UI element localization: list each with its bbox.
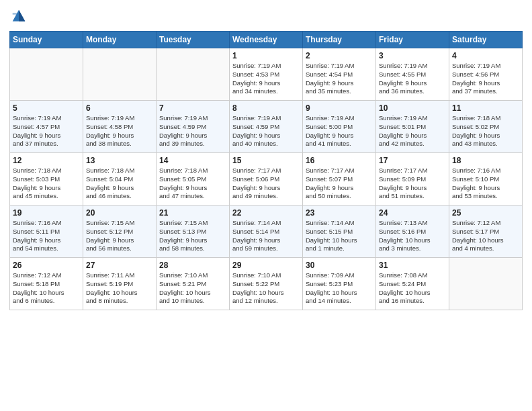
weekday-header-monday: Monday — [83, 32, 157, 48]
day-number: 7 — [159, 103, 226, 113]
day-number: 1 — [232, 51, 300, 60]
day-cell: 10Sunrise: 7:19 AM Sunset: 5:01 PM Dayli… — [376, 101, 449, 153]
day-cell: 23Sunrise: 7:14 AM Sunset: 5:15 PM Dayli… — [303, 205, 376, 258]
day-cell: 21Sunrise: 7:15 AM Sunset: 5:13 PM Dayli… — [157, 205, 230, 258]
day-info: Sunrise: 7:19 AM Sunset: 4:55 PM Dayligh… — [379, 62, 446, 96]
day-info: Sunrise: 7:14 AM Sunset: 5:15 PM Dayligh… — [306, 219, 373, 253]
day-number: 10 — [379, 103, 446, 113]
day-number: 23 — [306, 208, 373, 218]
day-cell: 2Sunrise: 7:19 AM Sunset: 4:54 PM Daylig… — [303, 48, 376, 101]
day-info: Sunrise: 7:10 AM Sunset: 5:22 PM Dayligh… — [232, 271, 300, 306]
day-cell: 31Sunrise: 7:08 AM Sunset: 5:24 PM Dayli… — [376, 258, 449, 310]
day-cell: 17Sunrise: 7:17 AM Sunset: 5:09 PM Dayli… — [376, 153, 449, 205]
day-cell: 26Sunrise: 7:12 AM Sunset: 5:18 PM Dayli… — [10, 258, 83, 310]
day-cell: 25Sunrise: 7:12 AM Sunset: 5:17 PM Dayli… — [449, 205, 523, 258]
day-cell: 7Sunrise: 7:19 AM Sunset: 4:59 PM Daylig… — [157, 101, 230, 153]
day-number: 8 — [232, 103, 300, 113]
day-info: Sunrise: 7:13 AM Sunset: 5:16 PM Dayligh… — [379, 219, 446, 253]
day-cell: 9Sunrise: 7:19 AM Sunset: 5:00 PM Daylig… — [303, 101, 376, 153]
day-cell: 15Sunrise: 7:17 AM Sunset: 5:06 PM Dayli… — [230, 153, 303, 205]
weekday-header-saturday: Saturday — [449, 32, 523, 48]
logo-icon — [9, 7, 28, 26]
week-row-5: 26Sunrise: 7:12 AM Sunset: 5:18 PM Dayli… — [10, 258, 523, 310]
day-cell: 6Sunrise: 7:19 AM Sunset: 4:58 PM Daylig… — [83, 101, 157, 153]
week-row-3: 12Sunrise: 7:18 AM Sunset: 5:03 PM Dayli… — [10, 153, 523, 205]
day-info: Sunrise: 7:15 AM Sunset: 5:12 PM Dayligh… — [86, 219, 153, 253]
weekday-header-row: SundayMondayTuesdayWednesdayThursdayFrid… — [10, 32, 523, 48]
day-info: Sunrise: 7:14 AM Sunset: 5:14 PM Dayligh… — [232, 219, 300, 253]
header — [9, 7, 523, 26]
day-number: 20 — [86, 208, 153, 218]
weekday-header-tuesday: Tuesday — [157, 32, 230, 48]
day-info: Sunrise: 7:19 AM Sunset: 4:59 PM Dayligh… — [232, 114, 300, 148]
day-info: Sunrise: 7:09 AM Sunset: 5:23 PM Dayligh… — [306, 271, 373, 306]
day-info: Sunrise: 7:18 AM Sunset: 5:05 PM Dayligh… — [159, 167, 226, 201]
day-cell — [157, 48, 230, 101]
day-info: Sunrise: 7:17 AM Sunset: 5:06 PM Dayligh… — [232, 167, 300, 201]
day-cell: 16Sunrise: 7:17 AM Sunset: 5:07 PM Dayli… — [303, 153, 376, 205]
day-info: Sunrise: 7:17 AM Sunset: 5:09 PM Dayligh… — [379, 167, 446, 201]
day-number: 24 — [379, 208, 446, 218]
day-cell: 20Sunrise: 7:15 AM Sunset: 5:12 PM Dayli… — [83, 205, 157, 258]
day-info: Sunrise: 7:19 AM Sunset: 5:00 PM Dayligh… — [306, 114, 373, 148]
day-cell: 19Sunrise: 7:16 AM Sunset: 5:11 PM Dayli… — [10, 205, 83, 258]
day-info: Sunrise: 7:08 AM Sunset: 5:24 PM Dayligh… — [379, 271, 446, 306]
day-cell: 22Sunrise: 7:14 AM Sunset: 5:14 PM Dayli… — [230, 205, 303, 258]
day-cell — [449, 258, 523, 310]
day-info: Sunrise: 7:11 AM Sunset: 5:19 PM Dayligh… — [86, 271, 153, 306]
week-row-4: 19Sunrise: 7:16 AM Sunset: 5:11 PM Dayli… — [10, 205, 523, 258]
day-cell: 5Sunrise: 7:19 AM Sunset: 4:57 PM Daylig… — [10, 101, 83, 153]
day-info: Sunrise: 7:19 AM Sunset: 5:01 PM Dayligh… — [379, 114, 446, 148]
day-info: Sunrise: 7:18 AM Sunset: 5:04 PM Dayligh… — [86, 167, 153, 201]
day-info: Sunrise: 7:19 AM Sunset: 4:56 PM Dayligh… — [452, 62, 519, 96]
day-cell: 30Sunrise: 7:09 AM Sunset: 5:23 PM Dayli… — [303, 258, 376, 310]
day-number: 22 — [232, 208, 300, 218]
day-info: Sunrise: 7:12 AM Sunset: 5:17 PM Dayligh… — [452, 219, 519, 253]
day-number: 9 — [306, 103, 373, 113]
day-number: 21 — [159, 208, 226, 218]
day-number: 6 — [86, 103, 153, 113]
day-number: 12 — [13, 156, 80, 165]
day-info: Sunrise: 7:16 AM Sunset: 5:11 PM Dayligh… — [13, 219, 80, 253]
day-cell: 3Sunrise: 7:19 AM Sunset: 4:55 PM Daylig… — [376, 48, 449, 101]
logo — [9, 7, 31, 26]
weekday-header-sunday: Sunday — [10, 32, 83, 48]
day-cell: 18Sunrise: 7:16 AM Sunset: 5:10 PM Dayli… — [449, 153, 523, 205]
day-number: 15 — [232, 156, 300, 165]
week-row-2: 5Sunrise: 7:19 AM Sunset: 4:57 PM Daylig… — [10, 101, 523, 153]
day-cell: 27Sunrise: 7:11 AM Sunset: 5:19 PM Dayli… — [83, 258, 157, 310]
day-cell: 14Sunrise: 7:18 AM Sunset: 5:05 PM Dayli… — [157, 153, 230, 205]
day-info: Sunrise: 7:18 AM Sunset: 5:03 PM Dayligh… — [13, 167, 80, 201]
day-cell: 4Sunrise: 7:19 AM Sunset: 4:56 PM Daylig… — [449, 48, 523, 101]
day-cell: 1Sunrise: 7:19 AM Sunset: 4:53 PM Daylig… — [230, 48, 303, 101]
day-number: 16 — [306, 156, 373, 165]
day-number: 3 — [379, 51, 446, 60]
day-cell — [83, 48, 157, 101]
day-number: 14 — [159, 156, 226, 165]
day-cell — [10, 48, 83, 101]
day-info: Sunrise: 7:16 AM Sunset: 5:10 PM Dayligh… — [452, 167, 519, 201]
day-number: 26 — [13, 261, 80, 270]
weekday-header-wednesday: Wednesday — [230, 32, 303, 48]
calendar-table: SundayMondayTuesdayWednesdayThursdayFrid… — [9, 31, 523, 310]
day-info: Sunrise: 7:17 AM Sunset: 5:07 PM Dayligh… — [306, 167, 373, 201]
weekday-header-thursday: Thursday — [303, 32, 376, 48]
day-info: Sunrise: 7:10 AM Sunset: 5:21 PM Dayligh… — [159, 271, 226, 306]
day-cell: 11Sunrise: 7:18 AM Sunset: 5:02 PM Dayli… — [449, 101, 523, 153]
day-number: 29 — [232, 261, 300, 270]
day-number: 27 — [86, 261, 153, 270]
day-info: Sunrise: 7:19 AM Sunset: 4:58 PM Dayligh… — [86, 114, 153, 148]
day-number: 11 — [452, 103, 519, 113]
svg-marker-1 — [19, 10, 25, 21]
day-info: Sunrise: 7:19 AM Sunset: 4:59 PM Dayligh… — [159, 114, 226, 148]
day-number: 4 — [452, 51, 519, 60]
day-info: Sunrise: 7:19 AM Sunset: 4:57 PM Dayligh… — [13, 114, 80, 148]
day-number: 13 — [86, 156, 153, 165]
day-number: 5 — [13, 103, 80, 113]
day-number: 30 — [306, 261, 373, 270]
day-cell: 29Sunrise: 7:10 AM Sunset: 5:22 PM Dayli… — [230, 258, 303, 310]
day-info: Sunrise: 7:12 AM Sunset: 5:18 PM Dayligh… — [13, 271, 80, 306]
day-info: Sunrise: 7:19 AM Sunset: 4:54 PM Dayligh… — [306, 62, 373, 96]
day-number: 28 — [159, 261, 226, 270]
day-number: 17 — [379, 156, 446, 165]
